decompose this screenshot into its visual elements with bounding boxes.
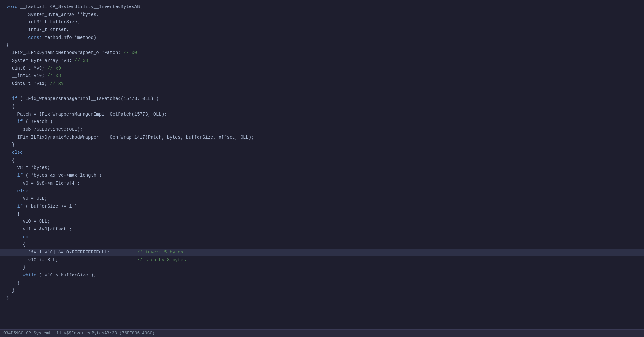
code-line: } xyxy=(0,279,644,287)
code-line: *&v11[v10] ^= 0xFFFFFFFFFFuLL; // invert… xyxy=(0,249,644,256)
code-line: Patch = IFix_WrappersManagerImpl__GetPat… xyxy=(0,111,644,118)
code-line: do xyxy=(0,233,644,241)
code-line: v10 = 0LL; xyxy=(0,218,644,226)
code-line: v11 = &v9[offset]; xyxy=(0,226,644,233)
code-line: uint8_t *v9; // x9 xyxy=(0,65,644,73)
code-line: { xyxy=(0,41,644,49)
code-line: v10 += 8LL; // step by 8 bytes xyxy=(0,256,644,264)
code-line: int32_t bufferSize, xyxy=(0,18,644,26)
code-line: sub_76EE87314C9C(0LL); xyxy=(0,126,644,134)
code-line: } xyxy=(0,295,644,302)
code-line: if ( !Patch ) xyxy=(0,118,644,126)
code-container: void __fastcall CP_SystemUtility__Invert… xyxy=(0,0,644,324)
code-line: else xyxy=(0,187,644,195)
code-line: while ( v10 < bufferSize ); xyxy=(0,272,644,279)
code-line: { xyxy=(0,210,644,218)
code-line: IFix_ILFixDynamicMethodWrapper____Gen_Wr… xyxy=(0,134,644,141)
code-line: } xyxy=(0,287,644,295)
code-line: { xyxy=(0,103,644,111)
code-line: if ( IFix_WrappersManagerImpl__IsPatched… xyxy=(0,95,644,103)
code-line: } xyxy=(0,264,644,272)
code-line: System_Byte_array **bytes, xyxy=(0,11,644,19)
code-line: IFix_ILFixDynamicMethodWrapper_o *Patch;… xyxy=(0,49,644,57)
code-line: if ( bufferSize >= 1 ) xyxy=(0,203,644,210)
code-line: else xyxy=(0,149,644,157)
code-line: __int64 v10; // x8 xyxy=(0,72,644,80)
code-line: if ( *bytes && v8->max_length ) xyxy=(0,172,644,180)
code-line: } xyxy=(0,141,644,149)
code-line: System_Byte_array *v8; // x8 xyxy=(0,57,644,65)
code-line: v8 = *bytes; xyxy=(0,164,644,172)
code-line: { xyxy=(0,157,644,164)
code-line: void __fastcall CP_SystemUtility__Invert… xyxy=(0,3,644,11)
code-line: const MethodInfo *method) xyxy=(0,34,644,42)
code-line xyxy=(0,88,644,95)
code-line: uint8_t *v11; // x9 xyxy=(0,80,644,88)
code-line: v9 = &v8->m_Items[4]; xyxy=(0,180,644,187)
status-bar: 034D59C0 CP.SystemUtility$$InvertedBytes… xyxy=(0,329,644,337)
status-text: 034D59C0 CP.SystemUtility$$InvertedBytes… xyxy=(3,331,155,336)
code-line: { xyxy=(0,241,644,249)
code-line: v9 = 0LL; xyxy=(0,195,644,203)
code-line: int32_t offset, xyxy=(0,26,644,34)
